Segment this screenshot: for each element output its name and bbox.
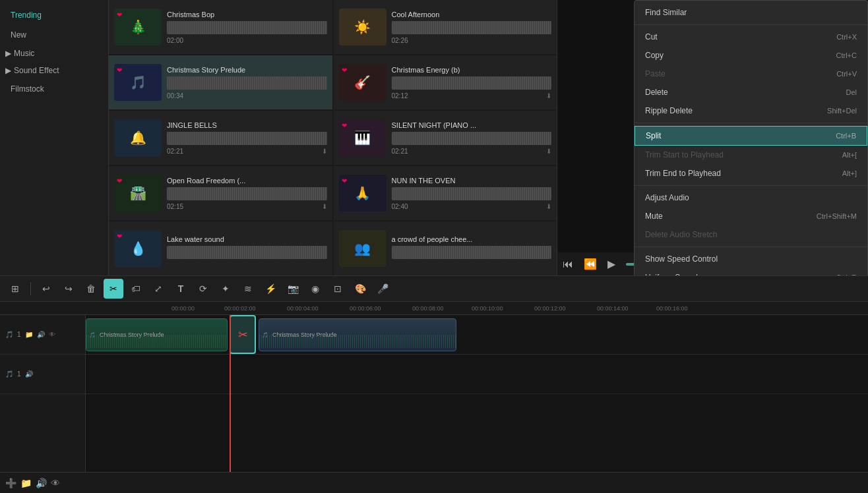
toolbar-sep-1	[30, 282, 31, 295]
effect-button[interactable]: ✦	[216, 279, 235, 299]
sidebar-item-filmstock[interactable]: Filmstock	[0, 79, 108, 99]
folder-icon-bottom[interactable]: 📁	[20, 478, 32, 488]
christmas-energy-title: Christmas Energy (b)	[392, 66, 552, 74]
nun-oven-thumb: ❤ 🙏	[339, 175, 387, 212]
ruler-labels: 00:00:00 00:00:02:00 00:00:04:00 00:00:0…	[171, 302, 868, 315]
open-road-emoji: 🛣️	[130, 185, 146, 201]
context-show-speed-control[interactable]: Show Speed Control	[635, 250, 867, 268]
nun-oven-download-icon: ⬇	[546, 203, 551, 210]
video-track-icon: 🎵	[5, 331, 13, 338]
christmas-energy-heart: ❤	[342, 67, 347, 74]
uniform-speed-label: Uniform Speed	[645, 273, 698, 276]
sidebar-item-trending-label: Trending	[11, 11, 42, 20]
timeline-clip-2[interactable]: 🎵 Christmas Story Prelude	[259, 318, 456, 351]
add-track-icon[interactable]: ➕	[5, 478, 16, 488]
sidebar-item-sound-effect[interactable]: ▶ Sound Effect	[0, 62, 108, 79]
context-delete[interactable]: Delete Del	[635, 83, 867, 102]
show-speed-control-label: Show Speed Control	[645, 254, 718, 264]
open-road-title: Open Road Freedom (...	[167, 177, 327, 185]
step-back-button[interactable]: ⏪	[584, 258, 597, 270]
voice-button[interactable]: 🎤	[373, 279, 392, 299]
context-uniform-speed[interactable]: Uniform Speed Ctrl+R	[635, 268, 867, 276]
undo-button[interactable]: ↩	[36, 279, 56, 299]
context-mute[interactable]: Mute Ctrl+Shift+M	[635, 207, 867, 225]
delete-button[interactable]: 🗑	[81, 279, 101, 299]
timeline-body: 🎵 1 📁 🔊 👁 🎵 1 🔊 🎵 Christmas Story	[0, 315, 868, 472]
delete-shortcut: Del	[846, 88, 857, 96]
track-header-audio-1: 🎵 1 🔊	[0, 355, 85, 394]
context-find-similar[interactable]: Find Similar	[635, 3, 867, 22]
sidebar-item-music[interactable]: ▶ Music	[0, 45, 108, 62]
crowd-thumb: 👥	[339, 230, 387, 267]
media-item-lake-water[interactable]: ❤ 💧 Lake water sound	[109, 221, 332, 276]
media-item-christmas-story-prelude[interactable]: ❤ 🎵 Christmas Story Prelude 00:34	[109, 55, 332, 109]
media-item-nun-oven[interactable]: ❤ 🙏 NUN IN THE OVEN 02:40 ⬇	[334, 166, 557, 220]
audio-button[interactable]: ≋	[238, 279, 258, 299]
cool-afternoon-emoji: ☀️	[354, 19, 371, 35]
context-split[interactable]: Split Ctrl+B	[635, 126, 867, 146]
paste-shortcut: Ctrl+V	[836, 70, 857, 78]
text-button[interactable]: T	[171, 279, 191, 299]
copy-shortcut: Ctrl+C	[836, 51, 857, 59]
bottom-toolbar: ➕ 📁 🔊 👁	[0, 472, 868, 493]
stabilize-button[interactable]: ◉	[305, 279, 325, 299]
tag-button[interactable]: 🏷	[126, 279, 146, 299]
paste-label: Paste	[645, 69, 666, 78]
christmas-bop-info: Christmas Bop 02:00	[167, 11, 327, 44]
grid-view-button[interactable]: ⊞	[5, 279, 25, 299]
context-paste[interactable]: Paste Ctrl+V	[635, 65, 867, 83]
silent-night-duration: 02:21 ⬇	[392, 148, 552, 155]
ruler-tick-4: 00:00:08:00	[412, 305, 444, 312]
eye-icon-bottom[interactable]: 👁	[51, 478, 60, 488]
rewind-button[interactable]: ⏮	[563, 258, 573, 270]
christmas-bop-title: Christmas Bop	[167, 11, 327, 18]
ruler-tick-1: 00:00:02:00	[224, 305, 256, 312]
media-item-open-road[interactable]: ❤ 🛣️ Open Road Freedom (... 02:15 ⬇	[109, 166, 332, 220]
timeline-clip-1[interactable]: 🎵 Christmas Story Prelude	[86, 318, 228, 351]
media-item-christmas-energy[interactable]: ❤ 🎸 Christmas Energy (b) 02:12 ⬇	[334, 55, 557, 109]
scissors-icon: ✂	[238, 328, 248, 342]
sidebar-item-new-label: New	[11, 30, 26, 40]
nun-oven-heart: ❤	[342, 177, 347, 185]
trim-start-label: Trim Start to Playhead	[645, 150, 724, 160]
audio-volume-icon: 🔊	[25, 370, 33, 378]
volume-track-icon: 🔊	[37, 331, 45, 338]
crop-button[interactable]: ⊡	[328, 279, 348, 299]
jingle-bells-title: JINGLE BELLS	[167, 121, 327, 129]
split-shortcut: Ctrl+B	[836, 132, 856, 140]
clock-button[interactable]: ⟳	[193, 279, 213, 299]
media-item-christmas-bop[interactable]: ❤ 🎄 Christmas Bop 02:00	[109, 0, 332, 54]
christmas-energy-info: Christmas Energy (b) 02:12 ⬇	[392, 66, 552, 100]
context-menu: Find Similar Cut Ctrl+X Copy Ctrl+C Past…	[634, 0, 868, 276]
lake-water-emoji: 💧	[130, 241, 146, 256]
media-item-cool-afternoon[interactable]: ☀️ Cool Afternoon 02:26	[334, 0, 557, 54]
silent-night-download-icon: ⬇	[546, 148, 551, 155]
context-trim-start[interactable]: Trim Start to Playhead Alt+[	[635, 146, 867, 164]
silent-night-title: SILENT NIGHT (PIANO ...	[392, 121, 552, 129]
speaker-icon-bottom[interactable]: 🔊	[36, 478, 47, 488]
context-trim-end[interactable]: Trim End to Playhead Alt+]	[635, 164, 867, 183]
context-copy[interactable]: Copy Ctrl+C	[635, 46, 867, 65]
christmas-energy-duration: 02:12 ⬇	[392, 92, 552, 100]
media-item-silent-night[interactable]: ❤ 🎹 SILENT NIGHT (PIANO ... 02:21 ⬇	[334, 111, 557, 165]
color-button[interactable]: 🎨	[350, 279, 370, 299]
playhead	[230, 315, 231, 472]
context-ripple-delete[interactable]: Ripple Delete Shift+Del	[635, 102, 867, 120]
crowd-waveform	[392, 246, 552, 259]
redo-button[interactable]: ↪	[59, 279, 78, 299]
context-cut[interactable]: Cut Ctrl+X	[635, 28, 867, 46]
play-button[interactable]: ▶	[607, 258, 615, 270]
sidebar-item-new[interactable]: New	[0, 25, 108, 45]
christmas-story-emoji: 🎵	[130, 74, 146, 90]
sidebar-item-trending[interactable]: Trending	[0, 5, 108, 25]
transform-button[interactable]: ⤢	[148, 279, 168, 299]
context-adjust-audio[interactable]: Adjust Audio	[635, 188, 867, 207]
context-delete-audio-stretch[interactable]: Delete Audio Stretch	[635, 225, 867, 244]
media-item-crowd[interactable]: 👥 a crowd of people chee...	[334, 221, 557, 276]
nun-oven-duration: 02:40 ⬇	[392, 203, 552, 210]
speed-button[interactable]: ⚡	[261, 279, 280, 299]
copy-label: Copy	[645, 51, 664, 60]
camera-button[interactable]: 📷	[283, 279, 303, 299]
media-item-jingle-bells[interactable]: 🔔 JINGLE BELLS 02:21 ⬇	[109, 111, 332, 165]
cut-tool-button[interactable]: ✂	[104, 279, 123, 299]
